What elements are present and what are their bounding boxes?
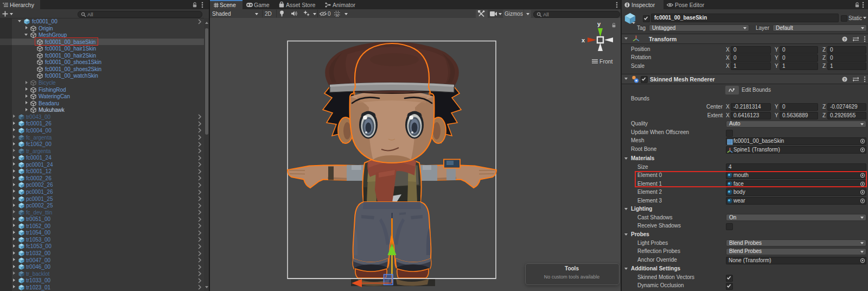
svg-text:y: y xyxy=(597,21,601,27)
svg-text:x: x xyxy=(582,37,585,43)
svg-text:?: ? xyxy=(844,37,846,41)
svg-text:?: ? xyxy=(844,77,846,81)
svg-text:Y: Y xyxy=(336,14,338,17)
